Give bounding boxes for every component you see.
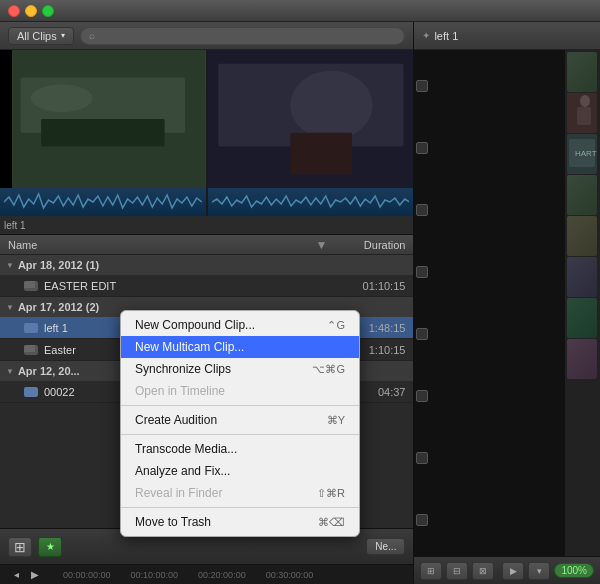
all-clips-label: All Clips bbox=[17, 30, 57, 42]
frame-checkbox[interactable] bbox=[416, 514, 428, 526]
svg-text:HART: HART bbox=[575, 149, 597, 158]
frame-checkbox[interactable] bbox=[416, 80, 428, 92]
menu-item-transcode[interactable]: Transcode Media... bbox=[121, 438, 359, 460]
menu-item-label: Move to Trash bbox=[135, 515, 318, 529]
menu-shortcut: ⌘⌫ bbox=[318, 516, 345, 529]
fullscreen-button[interactable] bbox=[42, 5, 54, 17]
play-button[interactable]: ▶ bbox=[27, 567, 43, 583]
rewind-button[interactable]: ◂ bbox=[8, 567, 24, 583]
all-clips-button[interactable]: All Clips ▾ bbox=[8, 27, 74, 45]
arrow-button[interactable]: ▶ bbox=[502, 562, 524, 580]
menu-item-new-multicam[interactable]: New Multicam Clip... bbox=[121, 336, 359, 358]
zoom-fit-button[interactable]: ⊞ bbox=[420, 562, 442, 580]
svg-rect-2 bbox=[41, 119, 164, 147]
right-toolbar: ✦ left 1 bbox=[414, 22, 600, 50]
new-button[interactable]: Ne... bbox=[366, 538, 405, 555]
date-group-label-2: Apr 17, 2012 (2) bbox=[18, 301, 99, 313]
clip-waveform-2 bbox=[208, 188, 414, 216]
list-item[interactable]: EASTER EDIT 01:10:15 bbox=[0, 275, 413, 297]
timeline-time-0: 00:00:00:00 bbox=[63, 570, 111, 580]
playback-controls: ◂ ▶ bbox=[8, 567, 43, 583]
menu-item-label: Transcode Media... bbox=[135, 442, 345, 456]
timeline-time-2: 00:20:00:00 bbox=[198, 570, 246, 580]
frame-checkbox[interactable] bbox=[416, 452, 428, 464]
vertical-filmstrip: HART bbox=[565, 50, 600, 556]
preview-area: left 1 bbox=[0, 50, 413, 235]
menu-item-reveal-finder[interactable]: Reveal in Finder ⇧⌘R bbox=[121, 482, 359, 504]
v-frame-4 bbox=[567, 175, 597, 215]
menu-shortcut: ⇧⌘R bbox=[317, 487, 345, 500]
frame-checkbox[interactable] bbox=[416, 390, 428, 402]
clip-icon-single bbox=[24, 323, 38, 333]
duration-column-header: Duration bbox=[335, 239, 405, 251]
clip-name: EASTER EDIT bbox=[44, 280, 329, 292]
v-frame-5 bbox=[567, 216, 597, 256]
v-frame-2 bbox=[567, 93, 597, 133]
v-frame-6 bbox=[567, 257, 597, 297]
clip-2[interactable] bbox=[208, 50, 414, 216]
import-button[interactable]: ⊞ bbox=[8, 537, 32, 557]
right-bottom-toolbar: ⊞ ⊟ ⊠ ▶ ▾ 100% bbox=[414, 556, 600, 584]
v-frame-8 bbox=[567, 339, 597, 379]
menu-separator-1 bbox=[121, 405, 359, 406]
svg-rect-4 bbox=[0, 50, 12, 188]
filmstrip-row bbox=[0, 50, 413, 216]
close-button[interactable] bbox=[8, 5, 20, 17]
menu-item-new-compound[interactable]: New Compound Clip... ⌃G bbox=[121, 314, 359, 336]
menu-shortcut: ⌘Y bbox=[327, 414, 345, 427]
crop-button[interactable]: ⊟ bbox=[446, 562, 468, 580]
name-column-header: Name bbox=[8, 239, 316, 251]
date-group-label-1: Apr 18, 2012 (1) bbox=[18, 259, 99, 271]
frame-checkbox[interactable] bbox=[416, 328, 428, 340]
timeline-bar: ◂ ▶ 00:00:00:00 00:10:00:00 00:20:00:00 … bbox=[0, 564, 413, 584]
chevron-down-icon: ▾ bbox=[61, 31, 65, 40]
right-preview: HART bbox=[414, 50, 600, 556]
search-bar[interactable]: ⌕ bbox=[80, 27, 406, 45]
right-panel: ✦ left 1 bbox=[414, 22, 600, 584]
dropdown-button[interactable]: ▾ bbox=[528, 562, 550, 580]
clip-icon-single bbox=[24, 387, 38, 397]
date-group-1[interactable]: ▼ Apr 18, 2012 (1) bbox=[0, 255, 413, 275]
menu-shortcut: ⌃G bbox=[327, 319, 345, 332]
menu-item-move-trash[interactable]: Move to Trash ⌘⌫ bbox=[121, 511, 359, 533]
menu-item-synchronize[interactable]: Synchronize Clips ⌥⌘G bbox=[121, 358, 359, 380]
minimize-button[interactable] bbox=[25, 5, 37, 17]
menu-item-analyze[interactable]: Analyze and Fix... bbox=[121, 460, 359, 482]
right-panel-title: left 1 bbox=[434, 30, 458, 42]
clip-label: left 1 bbox=[4, 220, 26, 231]
clip-waveform-1 bbox=[0, 188, 206, 216]
frame-checkbox[interactable] bbox=[416, 142, 428, 154]
list-header: Name ▼ Duration bbox=[0, 235, 413, 255]
frame-checkbox[interactable] bbox=[416, 204, 428, 216]
adjust-button[interactable]: ⊠ bbox=[472, 562, 494, 580]
menu-item-open-timeline[interactable]: Open in Timeline bbox=[121, 380, 359, 402]
v-frame-7 bbox=[567, 298, 597, 338]
filter-icon[interactable]: ▼ bbox=[316, 238, 328, 252]
timeline-time-1: 00:10:00:00 bbox=[131, 570, 179, 580]
menu-shortcut: ⌥⌘G bbox=[312, 363, 345, 376]
favorite-button[interactable]: ★ bbox=[38, 537, 62, 557]
date-group-label-3: Apr 12, 20... bbox=[18, 365, 80, 377]
new-button-label: Ne... bbox=[375, 541, 396, 552]
menu-separator-2 bbox=[121, 434, 359, 435]
star-icon: ✦ bbox=[422, 30, 430, 41]
right-title-area: ✦ left 1 bbox=[422, 30, 458, 42]
context-menu: New Compound Clip... ⌃G New Multicam Cli… bbox=[120, 310, 360, 537]
menu-item-create-audition[interactable]: Create Audition ⌘Y bbox=[121, 409, 359, 431]
menu-item-label: Reveal in Finder bbox=[135, 486, 317, 500]
menu-item-label: Synchronize Clips bbox=[135, 362, 312, 376]
clip-1[interactable] bbox=[0, 50, 206, 216]
clip-icon-multi bbox=[24, 345, 38, 355]
menu-item-label: Create Audition bbox=[135, 413, 327, 427]
collapse-icon-2: ▼ bbox=[6, 303, 14, 312]
v-frame-1 bbox=[567, 52, 597, 92]
clip-thumbnail-2 bbox=[208, 50, 414, 188]
menu-item-label: Open in Timeline bbox=[135, 384, 345, 398]
menu-item-label: Analyze and Fix... bbox=[135, 464, 345, 478]
clip-icon-multi bbox=[24, 281, 38, 291]
menu-item-label: New Compound Clip... bbox=[135, 318, 327, 332]
timeline-time-3: 00:30:00:00 bbox=[266, 570, 314, 580]
traffic-lights bbox=[8, 5, 54, 17]
zoom-percent-badge[interactable]: 100% bbox=[554, 563, 594, 578]
frame-checkbox[interactable] bbox=[416, 266, 428, 278]
